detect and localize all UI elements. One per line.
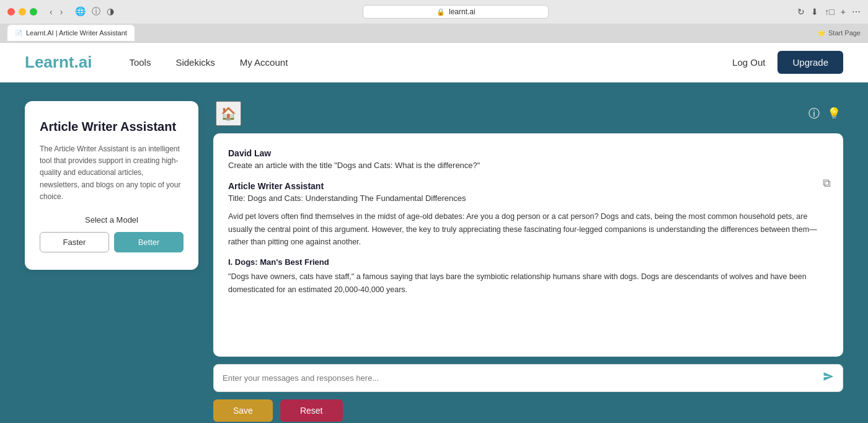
contrast-icon: ◑ <box>107 6 114 17</box>
section1-title: I. Dogs: Man's Best Friend <box>228 257 828 267</box>
nav-right: Log Out Upgrade <box>732 51 843 74</box>
browser-chrome: ‹ › 🌐 ⓘ ◑ 🔒 learnt.ai ↻ ⬇ ↑□ + ⋯ 📄 Learn… <box>0 0 868 43</box>
info-button[interactable]: ⓘ <box>808 106 820 121</box>
star-page-label: Start Page <box>828 29 861 37</box>
tab-label: Learnt.AI | Article Writer Assistant <box>26 29 127 37</box>
window-controls <box>7 8 37 16</box>
section1-body: "Dogs have owners, cats have staff," a f… <box>228 270 828 296</box>
app-navbar: Learnt.ai Tools Sidekicks My Account Log… <box>0 43 868 82</box>
save-button[interactable]: Save <box>213 399 273 422</box>
browser-actions: ↻ ⬇ ↑□ + ⋯ <box>797 7 861 17</box>
download-button[interactable]: ⬇ <box>811 7 818 17</box>
select-model-label: Select a Model <box>40 215 184 225</box>
logout-button[interactable]: Log Out <box>732 57 765 68</box>
better-model-button[interactable]: Better <box>114 232 184 252</box>
maximize-button[interactable] <box>30 8 37 16</box>
action-buttons: Save Reset <box>213 399 843 422</box>
minimize-button[interactable] <box>19 8 26 16</box>
copy-button[interactable]: ⧉ <box>823 177 831 190</box>
user-message: Create an article with the title "Dogs a… <box>228 161 828 170</box>
sidebar-card: Article Writer Assistant The Article Wri… <box>25 101 198 270</box>
chat-input[interactable] <box>223 373 818 383</box>
globe-icon: 🌐 <box>75 6 86 17</box>
chat-messages: David Law Create an article with the tit… <box>213 133 843 357</box>
chat-area: 🏠 ⓘ 💡 David Law Create an article with t… <box>213 101 843 422</box>
forward-button[interactable]: › <box>58 6 66 18</box>
lock-icon: 🔒 <box>436 8 445 16</box>
new-tab-button[interactable]: + <box>841 7 846 17</box>
nav-links: Tools Sidekicks My Account <box>129 57 732 68</box>
faster-model-button[interactable]: Faster <box>40 232 109 252</box>
send-button[interactable] <box>823 371 834 385</box>
share-button[interactable]: ↑□ <box>825 7 834 17</box>
tab-favicon: 📄 <box>15 30 22 37</box>
model-buttons: Faster Better <box>40 232 184 252</box>
close-button[interactable] <box>7 8 15 16</box>
browser-tab[interactable]: 📄 Learnt.AI | Article Writer Assistant <box>7 25 135 41</box>
nav-my-account[interactable]: My Account <box>240 57 288 68</box>
browser-toolbar: ‹ › 🌐 ⓘ ◑ 🔒 learnt.ai ↻ ⬇ ↑□ + ⋯ <box>0 0 868 24</box>
main-content: Article Writer Assistant The Article Wri… <box>0 82 868 423</box>
sidebar-description: The Article Writer Assistant is an intel… <box>40 143 184 203</box>
chat-header: 🏠 ⓘ 💡 <box>213 101 843 126</box>
upgrade-button[interactable]: Upgrade <box>777 51 843 74</box>
browser-icons: 🌐 ⓘ ◑ <box>75 6 114 17</box>
brand-name: Learnt.ai <box>25 53 92 71</box>
article-intro: Avid pet lovers often find themselves in… <box>228 210 828 249</box>
header-icons: ⓘ 💡 <box>808 106 841 121</box>
article-title: Title: Dogs and Cats: Understanding The … <box>228 194 828 203</box>
star-icon: ⭐ <box>817 29 826 37</box>
address-text: learnt.ai <box>449 7 476 16</box>
address-bar[interactable]: 🔒 learnt.ai <box>363 5 549 19</box>
home-button[interactable]: 🏠 <box>216 101 241 126</box>
bulb-button[interactable]: 💡 <box>827 107 841 120</box>
nav-tools[interactable]: Tools <box>129 57 151 68</box>
user-name: David Law <box>228 148 828 158</box>
more-button[interactable]: ⋯ <box>852 7 861 17</box>
nav-sidekicks[interactable]: Sidekicks <box>175 57 215 68</box>
star-page[interactable]: ⭐ Start Page <box>817 29 861 37</box>
input-row <box>213 364 843 392</box>
info-icon: ⓘ <box>92 6 100 17</box>
brand-logo[interactable]: Learnt.ai <box>25 53 92 72</box>
assistant-name: Article Writer Assistant <box>228 181 828 191</box>
reset-button[interactable]: Reset <box>280 399 343 422</box>
nav-arrows: ‹ › <box>47 6 65 18</box>
sidebar-title: Article Writer Assistant <box>40 118 184 135</box>
reload-button[interactable]: ↻ <box>797 7 805 17</box>
back-button[interactable]: ‹ <box>47 6 55 18</box>
address-bar-container: 🔒 learnt.ai <box>119 5 792 19</box>
browser-tab-bar: 📄 Learnt.AI | Article Writer Assistant ⭐… <box>0 24 868 42</box>
